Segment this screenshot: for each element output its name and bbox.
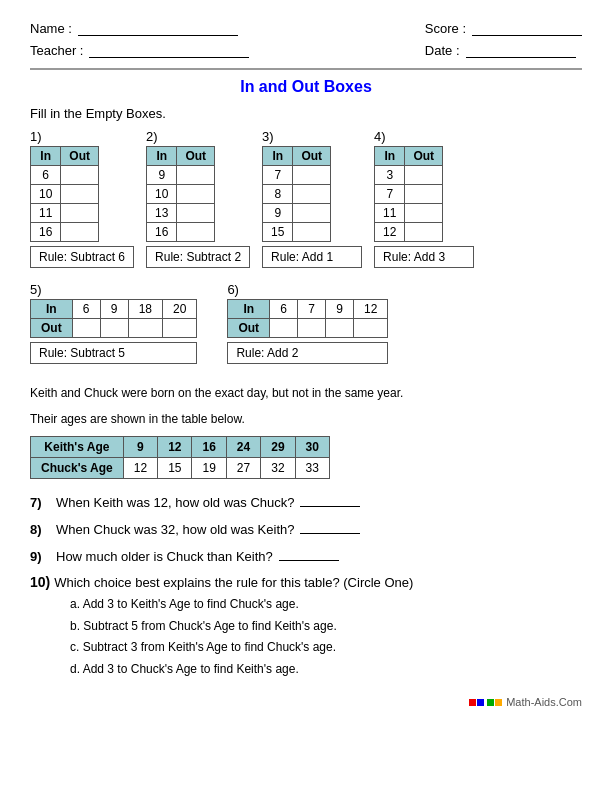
table-cell[interactable] — [405, 204, 443, 223]
story-section: Keith and Chuck were born on the exact d… — [30, 384, 582, 479]
table-cell[interactable] — [293, 166, 331, 185]
rule-box-3: Rule: Add 1 — [262, 246, 362, 268]
mc-options: a. Add 3 to Keith's Age to find Chuck's … — [70, 594, 582, 680]
rule-box-h-6: Rule: Add 2 — [227, 342, 388, 364]
mc-container: 10)Which choice best explains the rule f… — [30, 574, 582, 680]
answer-line-9[interactable] — [279, 547, 339, 561]
table-cell: 7 — [263, 166, 293, 185]
problems-row-2: 5)In691820OutRule: Subtract 56)In67912Ou… — [30, 282, 582, 364]
age-cell: 9 — [123, 437, 157, 458]
age-cell: 16 — [192, 437, 226, 458]
column-header: In — [147, 147, 177, 166]
table-cell[interactable] — [177, 204, 215, 223]
table-cell: 15 — [263, 223, 293, 242]
q-num-7: 7) — [30, 495, 52, 510]
table-cell[interactable] — [61, 204, 99, 223]
column-header: In — [263, 147, 293, 166]
problem-1: 1)InOut6101116Rule: Subtract 6 — [30, 129, 134, 268]
in-cell: 6 — [72, 300, 100, 319]
out-cell[interactable] — [72, 319, 100, 338]
in-cell: 7 — [298, 300, 326, 319]
problem-num-h-6: 6) — [227, 282, 388, 297]
column-header: Out — [61, 147, 99, 166]
table-cell[interactable] — [177, 166, 215, 185]
age-table: Keith's Age91216242930Chuck's Age1215192… — [30, 436, 330, 479]
out-row: Out — [31, 319, 197, 338]
out-cell[interactable] — [100, 319, 128, 338]
header-left: Name : Teacher : — [30, 20, 249, 58]
header: Name : Teacher : Score : Date : — [30, 20, 582, 58]
question-8: 8)When Chuck was 32, how old was Keith? — [30, 520, 582, 537]
inout-table-h-5: In691820Out — [30, 299, 197, 338]
table-cell[interactable] — [293, 223, 331, 242]
problem-num-h-5: 5) — [30, 282, 197, 297]
logo-text: Math-Aids.Com — [506, 696, 582, 708]
table-row: 8 — [263, 185, 331, 204]
table-cell[interactable] — [405, 185, 443, 204]
table-cell[interactable] — [61, 223, 99, 242]
out-cell[interactable] — [163, 319, 197, 338]
out-row: Out — [228, 319, 388, 338]
out-header: Out — [228, 319, 270, 338]
table-cell: 11 — [31, 204, 61, 223]
table-row: 15 — [263, 223, 331, 242]
date-line — [466, 42, 576, 58]
age-cell: 12 — [158, 437, 192, 458]
page-title: In and Out Boxes — [30, 78, 582, 96]
age-cell: 12 — [123, 458, 157, 479]
in-row: In691820 — [31, 300, 197, 319]
date-field: Date : — [425, 42, 582, 58]
q-text-8: When Chuck was 32, how old was Keith? — [56, 522, 294, 537]
problems-row-1: 1)InOut6101116Rule: Subtract 62)InOut910… — [30, 129, 582, 268]
question-9: 9)How much older is Chuck than Keith? — [30, 547, 582, 564]
story-text2: Their ages are shown in the table below. — [30, 410, 582, 428]
table-cell[interactable] — [405, 223, 443, 242]
answer-line-8[interactable] — [300, 520, 360, 534]
table-cell[interactable] — [61, 166, 99, 185]
logo-blue — [477, 699, 484, 706]
logo-yellow — [495, 699, 502, 706]
age-cell: 33 — [295, 458, 329, 479]
table-row: 9 — [263, 204, 331, 223]
out-cell[interactable] — [326, 319, 354, 338]
mc-option-0: a. Add 3 to Keith's Age to find Chuck's … — [70, 594, 582, 616]
in-row: In67912 — [228, 300, 388, 319]
q-num-9: 9) — [30, 549, 52, 564]
problem-h-5: 5)In691820OutRule: Subtract 5 — [30, 282, 197, 364]
mc-text: Which choice best explains the rule for … — [54, 575, 413, 590]
table-cell: 7 — [375, 185, 405, 204]
table-cell: 13 — [147, 204, 177, 223]
teacher-line — [89, 42, 249, 58]
table-cell[interactable] — [61, 185, 99, 204]
table-cell: 10 — [147, 185, 177, 204]
table-cell[interactable] — [177, 185, 215, 204]
column-header: Out — [293, 147, 331, 166]
table-row: 11 — [31, 204, 99, 223]
in-cell: 9 — [100, 300, 128, 319]
table-cell[interactable] — [177, 223, 215, 242]
rule-box-4: Rule: Add 3 — [374, 246, 474, 268]
problem-4: 4)InOut371112Rule: Add 3 — [374, 129, 474, 268]
table-row: 13 — [147, 204, 215, 223]
table-cell: 10 — [31, 185, 61, 204]
questions-container: 7)When Keith was 12, how old was Chuck?8… — [30, 493, 582, 564]
out-cell[interactable] — [128, 319, 162, 338]
column-header: Out — [177, 147, 215, 166]
logo-green — [487, 699, 494, 706]
table-cell[interactable] — [293, 204, 331, 223]
age-row-label: Chuck's Age — [31, 458, 124, 479]
table-cell: 16 — [31, 223, 61, 242]
table-cell: 8 — [263, 185, 293, 204]
in-cell: 18 — [128, 300, 162, 319]
out-cell[interactable] — [354, 319, 388, 338]
mc-question-10: 10)Which choice best explains the rule f… — [30, 574, 582, 680]
score-label: Score : — [425, 21, 466, 36]
out-cell[interactable] — [298, 319, 326, 338]
inout-table-1: InOut6101116 — [30, 146, 99, 242]
answer-line-7[interactable] — [300, 493, 360, 507]
age-cell: 30 — [295, 437, 329, 458]
divider — [30, 68, 582, 70]
table-cell[interactable] — [405, 166, 443, 185]
table-cell[interactable] — [293, 185, 331, 204]
out-cell[interactable] — [270, 319, 298, 338]
